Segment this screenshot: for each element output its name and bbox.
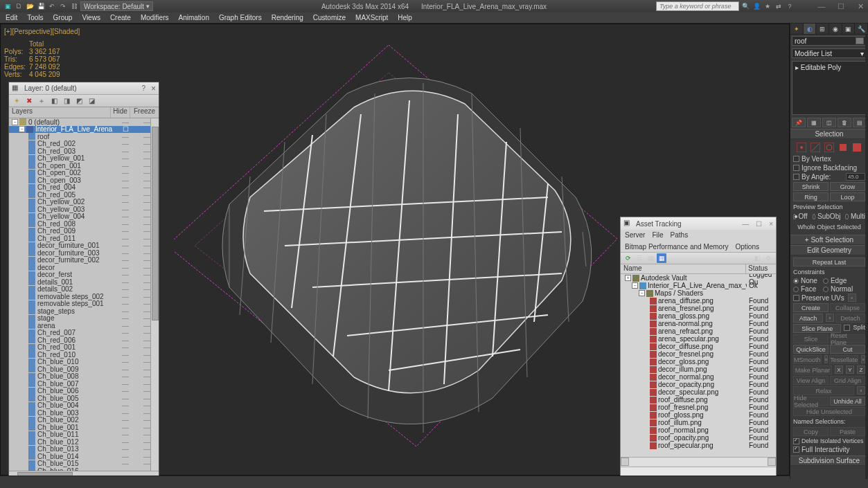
asset-panel-titlebar[interactable]: ▣ Asset Tracking — ☐ × [621, 217, 776, 230]
rollout-title[interactable]: Edit Geometry [790, 246, 868, 255]
layer-item[interactable]: details_001—— [9, 278, 159, 286]
asset-scene-row[interactable]: − Interior_FLA_Live_Arena_max_vray.max O… [621, 282, 776, 289]
expand-icon[interactable]: − [19, 126, 25, 132]
layer-item[interactable]: Ch_red_005—— [9, 191, 159, 199]
viewport-label[interactable]: [+][Perspective][Shaded] [4, 28, 80, 35]
reset-plane-button[interactable]: Reset Plane [830, 334, 865, 343]
list-view-icon[interactable]: ▤ [646, 253, 655, 263]
rollout-title[interactable]: Selection [790, 129, 868, 139]
layer-item[interactable]: roof—— [9, 133, 159, 141]
asset-map-row[interactable]: arena_refract.pngFound [621, 327, 776, 335]
asset-map-row[interactable]: decor_gloss.pngFound [621, 358, 776, 365]
make-unique-icon[interactable]: ◫ [822, 118, 836, 127]
asset-map-row[interactable]: decor_opacity.pngFound [621, 381, 776, 388]
slice-button[interactable]: Slice [793, 334, 829, 343]
asset-map-row[interactable]: arena_fresnel.pngFound [621, 305, 776, 312]
layer-item[interactable]: stage—— [9, 315, 159, 323]
exchange-icon[interactable]: ⇄ [774, 1, 783, 11]
subdivision-rollout-title[interactable]: Subdivision Surface [790, 456, 868, 466]
layer-item[interactable]: Ch_blue_005—— [9, 395, 159, 402]
shrink-button[interactable]: Shrink [793, 182, 829, 191]
asset-menu-paths[interactable]: Paths [671, 231, 689, 239]
motion-tab[interactable]: ◉ [829, 24, 842, 34]
preserve-uvs-checkbox[interactable] [793, 295, 799, 301]
grow-button[interactable]: Grow [830, 182, 865, 191]
layer-item[interactable]: Ch_red_008—— [9, 220, 159, 228]
copy-button[interactable]: Copy [793, 427, 829, 436]
by-vertex-checkbox[interactable] [793, 156, 799, 162]
layer-item[interactable]: Ch_red_009—— [9, 228, 159, 235]
layer-item[interactable]: Ch_red_007—— [9, 329, 159, 337]
add-to-layer-icon[interactable]: ＋ [37, 96, 46, 106]
asset-map-row[interactable]: decor_diffuse.pngFound [621, 343, 776, 350]
refresh-icon[interactable]: ⟳ [623, 253, 633, 263]
loop-button[interactable]: Loop [830, 192, 865, 201]
full-interactivity-checkbox[interactable] [793, 446, 799, 453]
layer-item[interactable]: Ch_blue_004—— [9, 402, 159, 410]
asset-menu-bitmap[interactable]: Bitmap Performance and Memory [625, 243, 729, 251]
menu-edit[interactable]: Edit [6, 14, 17, 21]
expand-icon[interactable]: − [12, 119, 18, 125]
asset-map-row[interactable]: decor_fresnel.pngFound [621, 350, 776, 358]
modifier-stack[interactable]: ▸ Editable Poly [792, 61, 867, 115]
layer-item[interactable]: Ch_blue_008—— [9, 373, 159, 381]
msmooth-button[interactable]: MSmooth [793, 355, 822, 364]
layer-item[interactable]: decor_furniture_001—— [9, 242, 159, 250]
asset-menu-file[interactable]: File [652, 231, 663, 239]
layer-item[interactable]: Ch_red_010—— [9, 351, 159, 359]
layer-item[interactable]: Ch_blue_006—— [9, 388, 159, 395]
repeat-last-button[interactable]: Repeat Last [793, 257, 865, 266]
asset-maps-header-row[interactable]: − Maps / Shaders [621, 289, 776, 297]
menu-rendering[interactable]: Rendering [272, 14, 303, 21]
planar-x-button[interactable]: X [835, 365, 843, 374]
configure-icon[interactable]: ▤ [853, 118, 867, 127]
layer-item[interactable]: Ch_blue_007—— [9, 380, 159, 388]
undo-icon[interactable]: ↶ [47, 1, 57, 11]
unhide-all-button[interactable]: Unhide All [830, 397, 865, 406]
tessellate-button[interactable]: Tessellate [829, 355, 858, 364]
ignore-backfacing-checkbox[interactable] [793, 165, 799, 171]
table-view-icon[interactable]: ▦ [657, 253, 666, 263]
layer-item[interactable]: Ch_open_003—— [9, 177, 159, 184]
layer-item[interactable]: Ch_blue_010—— [9, 359, 159, 366]
tree-view-icon[interactable]: ☰ [635, 253, 644, 263]
layer-item[interactable]: Ch_open_001—— [9, 162, 159, 170]
layer-item[interactable]: stage_steps—— [9, 307, 159, 315]
vertex-subobj-icon[interactable] [797, 143, 806, 152]
layer-item[interactable]: decor_furniture_002—— [9, 257, 159, 264]
attach-list-icon[interactable]: ▫ [826, 314, 834, 322]
layer-item[interactable]: Ch_yellow_004—— [9, 213, 159, 221]
split-checkbox[interactable] [844, 325, 850, 331]
menu-create[interactable]: Create [110, 14, 131, 21]
layer-item[interactable]: Ch_red_003—— [9, 147, 159, 155]
menu-modifiers[interactable]: Modifiers [141, 14, 169, 21]
object-name-field[interactable]: roof [792, 36, 867, 46]
constraint-edge-radio[interactable] [823, 278, 829, 284]
search-input[interactable] [656, 1, 739, 11]
layer-item[interactable]: arena—— [9, 322, 159, 329]
layer-item[interactable]: Ch_red_001—— [9, 344, 159, 352]
collapse-button[interactable]: Collapse [830, 303, 865, 312]
layer-group-selected[interactable]: − Interior_FLA_Live_Arena ☐ [9, 126, 159, 134]
detach-button[interactable]: Detach [835, 314, 865, 323]
pin-stack-icon[interactable]: 📌 [792, 118, 806, 127]
open-icon[interactable]: 📂 [25, 1, 35, 11]
polygon-subobj-icon[interactable] [838, 143, 848, 152]
layer-item[interactable]: removable steps_001—— [9, 300, 159, 308]
asset-map-row[interactable]: arena-normal.pngFound [621, 320, 776, 327]
object-color-swatch[interactable] [856, 37, 864, 44]
preview-off-radio[interactable] [793, 214, 796, 219]
command-panel-scrollbar[interactable] [865, 35, 868, 479]
settings-icon[interactable]: ⚙ [763, 253, 773, 263]
layer-item[interactable]: Ch_red_011—— [9, 235, 159, 242]
view-align-button[interactable]: View Align [793, 376, 829, 385]
hide-selected-button[interactable]: Hide Selected [793, 397, 829, 406]
constraint-none-radio[interactable] [793, 278, 799, 284]
remove-mod-icon[interactable]: 🗑 [838, 118, 851, 127]
layer-item[interactable]: Ch_blue_013—— [9, 446, 159, 453]
layer-tree[interactable]: − 0 (default) —— − Interior_FLA_Live_Are… [9, 118, 159, 471]
constraint-face-radio[interactable] [793, 287, 799, 292]
layer-item[interactable]: decor_furniture_003—— [9, 249, 159, 257]
ring-button[interactable]: Ring [793, 192, 829, 201]
layer-item[interactable]: Ch_blue_003—— [9, 409, 159, 417]
